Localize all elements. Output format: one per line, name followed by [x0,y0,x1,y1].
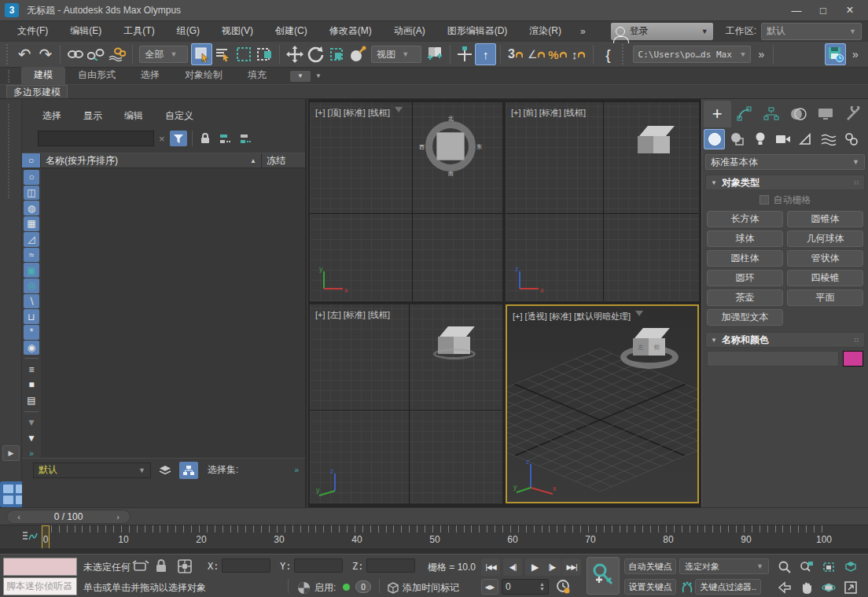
pyramid-button[interactable]: 四棱锥 [787,270,863,286]
unlink-selection-icon[interactable] [86,43,107,65]
orbit-icon[interactable] [819,579,838,596]
close-button[interactable]: × [837,1,863,20]
viewcube[interactable] [438,326,471,355]
menu-tools[interactable]: 工具(T) [112,21,165,42]
ribbon-tab-modeling[interactable]: 建模 [21,67,65,84]
time-configuration-icon[interactable] [554,578,572,595]
display-column-header[interactable]: ○ [22,153,41,168]
category-lights-icon[interactable] [749,129,771,149]
toolbar-grip[interactable] [622,44,627,64]
toolbar-overflow-chevron[interactable]: » [759,49,765,60]
strip-overflow-chevron[interactable]: » [29,449,34,458]
select-by-name-button[interactable] [212,43,234,65]
hierarchy-view-icon[interactable] [179,462,198,479]
teapot-button[interactable]: 茶壶 [707,289,783,306]
tube-button[interactable]: 管状体 [787,250,863,267]
select-and-move-button[interactable] [284,43,305,65]
plane-button[interactable]: 平面 [787,289,863,306]
tab-modify[interactable] [731,101,759,127]
torus-button[interactable]: 圆环 [707,270,783,286]
tab-motion[interactable] [785,101,813,127]
menu-overflow-chevron[interactable]: » [572,26,594,37]
frame-step-buttons[interactable]: ◀▶ [481,579,498,595]
go-to-end-button[interactable]: ▶▶| [562,558,581,576]
dock-grip[interactable] [8,104,9,198]
key-mode-icon[interactable] [678,579,697,596]
viewport-perspective[interactable]: [+] [透视] [标准] [默认明暗处理] 左 前 z x [506,304,699,503]
view-detail-icon[interactable]: ▤ [24,393,39,408]
select-and-rotate-button[interactable] [305,43,326,65]
explorer-menu-select[interactable]: 选择 [42,109,61,123]
current-frame-field[interactable]: 0 ▲▼ [502,579,549,595]
tab-display[interactable] [812,101,840,127]
object-name-field[interactable] [707,351,839,367]
lock-explorer-icon[interactable] [197,131,213,146]
angle-snap-toggle[interactable]: ∠ [526,43,547,65]
rectangular-selection-region-button[interactable] [234,43,255,65]
previous-key-button[interactable]: ◀|| [503,558,522,576]
category-geometry-icon[interactable] [704,129,725,149]
menu-file[interactable]: 文件(F) [6,21,59,42]
zoom-extents-all-icon[interactable] [841,558,860,576]
viewcube[interactable] [638,126,671,154]
category-spacewarps-icon[interactable] [818,129,839,149]
menu-graph-editors[interactable]: 图形编辑器(D) [436,21,519,42]
display-spacewarps-icon[interactable]: ≈ [24,248,39,263]
display-groups-icon[interactable]: ▣ [24,263,39,278]
explorer-preset-dropdown[interactable]: 默认▼ [33,462,151,478]
workspace-dropdown[interactable]: 默认 ▼ [761,23,862,40]
time-slider[interactable]: ‹ 0 / 100 › [6,510,131,524]
menu-modifiers[interactable]: 修改器(M) [318,21,383,42]
geosphere-button[interactable]: 几何球体 [787,230,863,247]
display-none-icon[interactable]: ○ [24,170,39,185]
box-button[interactable]: 长方体 [707,211,783,227]
set-key-button[interactable]: 设置关键点 [624,579,676,595]
display-frozen-icon[interactable]: * [24,325,39,340]
ribbon-tab-freeform[interactable]: 自由形式 [65,67,128,84]
frozen-column-header[interactable]: 冻结 [262,153,305,168]
ribbon-tab-object-paint[interactable]: 对象绘制 [172,67,235,84]
reference-coordinate-dropdown[interactable]: 视图▼ [371,46,421,63]
clear-search-icon[interactable]: × [159,133,165,145]
set-key-big-button[interactable] [587,557,620,595]
menu-animation[interactable]: 动画(A) [383,21,436,42]
tab-create[interactable]: + [704,101,731,127]
expand-tree-icon[interactable] [218,131,234,146]
next-key-button[interactable]: ||▶ [542,558,561,576]
category-helpers-icon[interactable] [795,129,816,149]
zoom-icon[interactable] [775,558,794,576]
absolute-offset-toggle[interactable] [178,559,192,573]
z-coordinate-field[interactable] [366,558,415,573]
object-color-swatch[interactable] [843,351,863,367]
explorer-menu-edit[interactable]: 编辑 [124,109,143,123]
y-coordinate-field[interactable] [294,558,343,573]
search-filter-button[interactable] [170,131,187,146]
display-xrefs-icon[interactable]: ◎ [24,278,39,293]
select-and-link-icon[interactable] [64,43,86,65]
bind-to-space-warp-icon[interactable] [107,43,128,65]
cylinder-button[interactable]: 圆柱体 [707,250,783,267]
save-scene-icon[interactable] [825,43,846,65]
viewport-front[interactable]: [+] [前] [标准] [线框] zx [506,102,699,301]
viewport-filter-icon[interactable] [395,107,403,116]
key-selection-dropdown[interactable]: 选定对象▼ [679,558,769,574]
display-geometry-icon[interactable]: ◫ [24,186,39,201]
polygon-modeling-panel-tab[interactable]: 多边形建模 [6,85,68,98]
explorer-menu-customize[interactable]: 自定义 [165,109,193,123]
name-column-header[interactable]: 名称(按升序排序) ▲ [41,153,262,168]
next-frame-arrow[interactable]: › [106,512,130,521]
menu-rendering[interactable]: 渲染(R) [518,21,572,42]
display-containers-icon[interactable]: ⊔ [24,309,39,324]
snap-toggle-3d[interactable]: 3 [505,43,526,65]
window-crossing-toggle[interactable] [255,43,276,65]
object-type-rollout-header[interactable]: ▼ 对象类型 ∷ [705,175,865,190]
selection-lock-icon[interactable] [156,559,167,573]
play-button[interactable]: ▶ [525,558,544,576]
spinner-snap-toggle[interactable]: ↕ [568,43,589,65]
autogrid-checkbox[interactable] [760,195,769,205]
menu-group[interactable]: 组(G) [166,21,211,42]
display-bones-icon[interactable]: ∖ [24,294,39,309]
enabled-indicator-dot[interactable] [343,584,350,591]
category-shapes-icon[interactable] [726,129,748,149]
sphere-button[interactable]: 球体 [707,230,783,247]
